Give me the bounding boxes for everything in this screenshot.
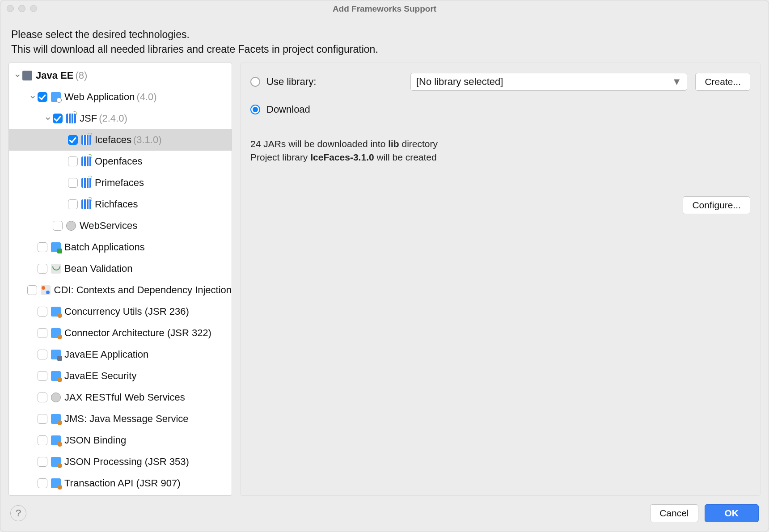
framework-checkbox[interactable] <box>38 435 47 445</box>
tree-row[interactable]: ⌄Java EE (8) <box>9 65 232 86</box>
configure-button[interactable]: Configure... <box>683 196 750 214</box>
framework-checkbox[interactable] <box>68 178 78 188</box>
jar-count: 24 <box>250 139 261 149</box>
chevron-down-icon: ▼ <box>672 76 682 88</box>
framework-checkbox[interactable] <box>38 393 47 402</box>
framework-checkbox[interactable] <box>53 114 63 123</box>
framework-checkbox[interactable] <box>68 135 78 145</box>
tree-row[interactable]: JavaEE Security <box>9 365 232 387</box>
framework-icon <box>51 371 61 381</box>
framework-icon <box>66 221 76 231</box>
tree-row[interactable]: Concurrency Utils (JSR 236) <box>9 301 232 322</box>
framework-checkbox[interactable] <box>27 285 37 295</box>
download-info: 24 JARs will be downloaded into lib dire… <box>250 137 750 165</box>
framework-icon <box>66 114 76 123</box>
tree-row[interactable]: Connector Architecture (JSR 322) <box>9 322 232 344</box>
framework-label: JMS: Java Message Service <box>64 413 189 425</box>
help-button[interactable]: ? <box>10 505 26 521</box>
framework-checkbox[interactable] <box>38 307 47 317</box>
framework-icon <box>51 457 61 467</box>
use-library-radio[interactable] <box>250 77 260 87</box>
tree-row[interactable]: JSON Processing (JSR 353) <box>9 451 232 473</box>
tree-row[interactable]: Transaction API (JSR 907) <box>9 473 232 494</box>
framework-checkbox[interactable] <box>68 199 78 209</box>
tree-row[interactable]: Icefaces (3.1.0) <box>9 129 232 151</box>
main-area: ⌄Java EE (8)⌄Web Application (4.0)⌄JSF (… <box>0 63 769 499</box>
framework-checkbox[interactable] <box>68 156 78 166</box>
framework-icon <box>41 285 51 295</box>
tree-row[interactable]: ⌄Web Application (4.0) <box>9 86 232 108</box>
tree-row[interactable]: Openfaces <box>9 151 232 172</box>
tree-row[interactable]: JavaEE Application <box>9 344 232 365</box>
framework-checkbox[interactable] <box>38 371 47 381</box>
minimize-window-icon[interactable] <box>18 5 25 12</box>
framework-label: JavaEE Security <box>64 370 136 382</box>
use-library-label: Use library: <box>266 76 316 88</box>
framework-checkbox[interactable] <box>53 221 63 231</box>
framework-checkbox[interactable] <box>38 328 47 338</box>
framework-label: Bean Validation <box>64 263 133 274</box>
tree-row[interactable]: JSON Binding <box>9 430 232 451</box>
dialog-footer: ? Cancel OK <box>0 499 769 532</box>
close-window-icon[interactable] <box>7 5 14 12</box>
framework-tree[interactable]: ⌄Java EE (8)⌄Web Application (4.0)⌄JSF (… <box>8 63 232 496</box>
window-controls <box>7 5 37 12</box>
disclosure-arrow-icon[interactable]: ⌄ <box>13 68 22 80</box>
tree-row[interactable]: CDI: Contexts and Dependency Injection <box>9 279 232 301</box>
tree-row[interactable]: JAX RESTful Web Services <box>9 387 232 408</box>
framework-label: JSON Binding <box>64 435 126 446</box>
framework-icon <box>81 178 91 188</box>
framework-icon <box>51 435 61 445</box>
dialog-title: Add Frameworks Support <box>0 4 769 14</box>
framework-icon <box>51 328 61 338</box>
download-row: Download <box>250 100 750 119</box>
framework-label: Web Application <box>64 91 135 103</box>
framework-icon <box>51 92 61 102</box>
framework-label: JavaEE Application <box>64 349 148 360</box>
lib-dir: lib <box>388 139 399 149</box>
framework-icon <box>51 350 61 359</box>
framework-label: Openfaces <box>95 156 142 167</box>
framework-icon <box>51 264 61 274</box>
disclosure-arrow-icon[interactable]: ⌄ <box>43 111 53 122</box>
tree-row[interactable]: ⌄JSF (2.4.0) <box>9 108 232 129</box>
framework-checkbox[interactable] <box>38 457 47 467</box>
library-select-value: [No library selected] <box>416 76 503 88</box>
framework-version: (2.4.0) <box>99 113 127 124</box>
tree-row[interactable]: Bean Validation <box>9 258 232 279</box>
framework-label: Batch Applications <box>64 241 145 253</box>
framework-checkbox[interactable] <box>38 264 47 274</box>
framework-label: Icefaces <box>95 134 131 146</box>
framework-label: Primefaces <box>95 177 144 189</box>
titlebar: Add Frameworks Support <box>0 0 769 17</box>
framework-icon <box>51 242 61 252</box>
zoom-window-icon[interactable] <box>30 5 37 12</box>
tree-row[interactable]: Richfaces <box>9 194 232 215</box>
framework-checkbox[interactable] <box>38 92 47 102</box>
framework-icon <box>51 414 61 424</box>
framework-detail: Use library: [No library selected] ▼ Cre… <box>240 63 761 496</box>
framework-icon <box>81 156 91 166</box>
download-radio[interactable] <box>250 105 260 114</box>
create-library-button[interactable]: Create... <box>695 73 750 91</box>
intro-line2: This will download all needed libraries … <box>11 42 758 57</box>
tree-row[interactable]: WebServices <box>9 215 232 236</box>
framework-checkbox[interactable] <box>38 478 47 488</box>
framework-icon <box>22 71 32 80</box>
tree-row[interactable]: JMS: Java Message Service <box>9 408 232 430</box>
disclosure-arrow-icon[interactable]: ⌄ <box>28 89 38 101</box>
framework-checkbox[interactable] <box>38 350 47 359</box>
library-select[interactable]: [No library selected] ▼ <box>410 73 687 91</box>
project-library-name: IceFaces-3.1.0 <box>310 152 374 162</box>
tree-row[interactable]: Batch Applications <box>9 236 232 258</box>
framework-version: (3.1.0) <box>133 134 162 146</box>
framework-checkbox[interactable] <box>38 242 47 252</box>
framework-checkbox[interactable] <box>38 414 47 424</box>
framework-label: Transaction API (JSR 907) <box>64 477 181 489</box>
dialog-window: Add Frameworks Support Please select the… <box>0 0 769 532</box>
tree-row[interactable]: Primefaces <box>9 172 232 194</box>
framework-label: CDI: Contexts and Dependency Injection <box>54 284 232 296</box>
ok-button[interactable]: OK <box>705 504 759 522</box>
cancel-button[interactable]: Cancel <box>650 504 698 522</box>
intro-text: Please select the desired technologies. … <box>0 17 769 63</box>
